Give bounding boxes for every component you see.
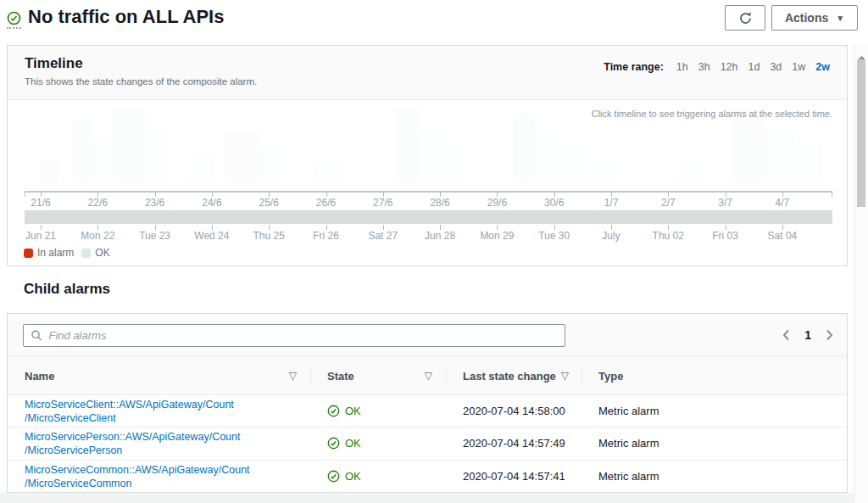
page-bottom-strip	[0, 493, 868, 503]
legend-swatch	[81, 249, 91, 258]
time-range-option-12h[interactable]: 12h	[721, 61, 738, 73]
timeline-ghost-bar	[443, 145, 465, 182]
timeline-ghost-bar	[394, 108, 418, 182]
timeline-panel: Timeline This shows the state changes of…	[7, 45, 848, 266]
cell-name: MicroServiceCommon::AWS/ApiGateway/Count…	[8, 461, 310, 493]
time-range-selector: Time range: 1h3h12h1d3d1w2w	[604, 61, 830, 73]
child-alarms-toolbar: 1	[8, 314, 847, 356]
axis-bottom-label: Jun 28	[410, 230, 470, 242]
state-badge: OK	[327, 437, 361, 450]
legend-label: In alarm	[37, 247, 74, 259]
table-row: MicroServiceClient::AWS/ApiGateway/Count…	[8, 395, 847, 428]
state-label: OK	[345, 437, 361, 450]
sort-filter-icon[interactable]: ▽	[284, 370, 297, 382]
axis-top-label: 27/6	[353, 197, 413, 209]
legend-item: In alarm	[24, 247, 74, 259]
axis-top-label: 4/7	[753, 197, 812, 209]
refresh-icon	[738, 11, 753, 25]
time-range-option-2w[interactable]: 2w	[815, 61, 830, 73]
timeline-axis-line	[25, 191, 832, 193]
sort-filter-icon[interactable]: ▽	[556, 370, 569, 382]
next-page-button[interactable]	[826, 329, 833, 341]
actions-button-label: Actions	[785, 11, 828, 25]
child-alarms-heading: Child alarms	[24, 281, 110, 298]
cell-name: MicroServicePerson::AWS/ApiGateway/Count…	[8, 428, 310, 459]
column-header-state[interactable]: State▽	[310, 357, 446, 394]
sort-filter-icon[interactable]: ▽	[420, 370, 432, 382]
timeline-ghost-bar	[764, 128, 794, 182]
axis-bottom-label: Mon 29	[467, 230, 526, 242]
axis-edge-tick	[832, 192, 832, 197]
time-range-option-1d[interactable]: 1d	[748, 61, 760, 73]
timeline-ghost-bar	[794, 143, 821, 182]
search-input[interactable]	[48, 329, 558, 342]
timeline-ghost-bar	[314, 164, 340, 182]
axis-top-label: 22/6	[68, 197, 127, 209]
previous-page-button[interactable]	[782, 329, 790, 341]
timeline-ghost-bar	[560, 147, 584, 182]
time-range-option-3d[interactable]: 3d	[770, 61, 782, 73]
axis-bottom-label: Sat 27	[353, 230, 413, 242]
axis-bottom-label: Tue 30	[525, 230, 584, 242]
caret-down-icon: ▼	[836, 14, 844, 23]
time-range-option-1w[interactable]: 1w	[792, 61, 805, 73]
timeline-chart[interactable]: Click timeline to see triggering alarms …	[8, 100, 847, 265]
page-number[interactable]: 1	[804, 328, 811, 342]
axis-bottom-label: Wed 24	[182, 230, 242, 242]
axis-bottom-label: Thu 25	[239, 230, 298, 242]
cell-type: Metric alarm	[581, 461, 847, 493]
search-icon	[31, 329, 42, 342]
cell-type: Metric alarm	[581, 395, 847, 427]
axis-bottom-label: Fri 03	[696, 230, 755, 242]
page-header: No traffic on ALL APIs	[7, 6, 224, 29]
axis-bottom-label: Mon 22	[68, 230, 127, 242]
timeline-ghost-bar	[535, 135, 560, 182]
timeline-ghost-bar	[92, 140, 113, 182]
column-header-last-state-change[interactable]: Last state change▽	[446, 357, 581, 394]
table-row: MicroServicePerson::AWS/ApiGateway/Count…	[8, 428, 847, 460]
timeline-brush-band[interactable]	[25, 210, 832, 224]
alarm-name-link[interactable]: MicroServiceCommon::AWS/ApiGateway/Count…	[25, 463, 250, 490]
timeline-ghost-bar	[113, 109, 145, 182]
timeline-ghost-bar	[145, 130, 164, 182]
timeline-ghost-bar	[730, 108, 764, 182]
column-header-name[interactable]: Name▽	[8, 357, 310, 394]
ok-check-icon	[327, 405, 340, 417]
scrollbar-thumb[interactable]	[857, 59, 865, 207]
time-range-label: Time range:	[604, 61, 664, 73]
timeline-ghost-bar	[418, 130, 443, 182]
axis-top-label: 29/6	[467, 197, 526, 209]
refresh-button[interactable]	[725, 5, 765, 31]
time-range-option-1h[interactable]: 1h	[676, 61, 688, 73]
column-header-label: Name	[25, 370, 54, 383]
axis-top-label: 26/6	[297, 197, 356, 209]
axis-top-label: 23/6	[125, 197, 185, 209]
timeline-ghost-bar	[591, 160, 616, 182]
axis-bottom-label: Fri 26	[297, 230, 356, 242]
alarm-name-link[interactable]: MicroServicePerson::AWS/ApiGateway/Count…	[25, 430, 241, 457]
table-header-row: Name▽State▽Last state change▽Type	[8, 356, 847, 395]
time-range-option-3h[interactable]: 3h	[698, 61, 710, 73]
pagination: 1	[782, 314, 833, 356]
find-alarms-search[interactable]	[23, 324, 565, 347]
axis-top-label: 28/6	[410, 197, 470, 209]
column-header-type[interactable]: Type	[581, 357, 847, 394]
state-label: OK	[345, 405, 361, 417]
axis-bottom-label: Tue 23	[125, 230, 185, 242]
ok-check-icon	[327, 470, 340, 483]
alarm-name-link[interactable]: MicroServiceClient::AWS/ApiGateway/Count…	[25, 398, 234, 425]
axis-top-label: 24/6	[182, 197, 242, 209]
legend-label: OK	[95, 247, 109, 259]
timeline-ghost-bar	[679, 164, 704, 182]
cell-state: OK	[310, 461, 446, 493]
axis-edge-tick	[25, 192, 25, 197]
actions-button[interactable]: Actions ▼	[771, 5, 858, 31]
timeline-description: This shows the state changes of the comp…	[25, 76, 830, 87]
column-header-label: Type	[598, 370, 623, 383]
page-title: No traffic on ALL APIs	[28, 6, 224, 28]
cell-last-state-change: 2020-07-04 14:58:00	[446, 395, 581, 427]
state-badge: OK	[327, 470, 361, 483]
ok-check-icon	[327, 437, 340, 450]
cell-state: OK	[310, 395, 446, 427]
vertical-scrollbar[interactable]	[854, 45, 868, 503]
